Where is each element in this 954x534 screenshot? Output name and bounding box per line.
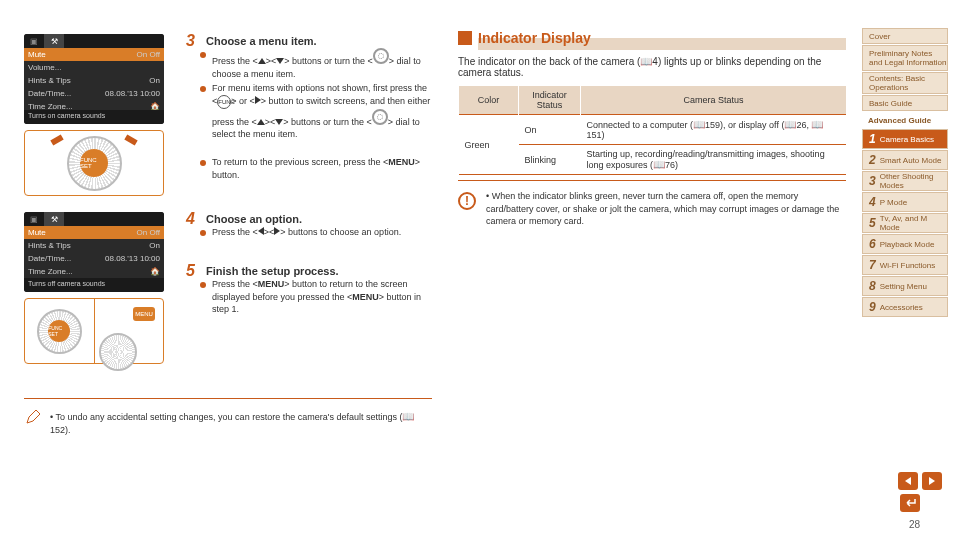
nav-legal[interactable]: Preliminary Notes and Legal Information xyxy=(862,45,948,71)
down-icon xyxy=(276,58,284,64)
th-camera-status: Camera Status xyxy=(581,86,847,115)
step-3-text-1: Press the <><> buttons or turn the <> di… xyxy=(212,48,422,80)
nav-basic-guide[interactable]: Basic Guide xyxy=(862,95,948,111)
bullet-icon xyxy=(200,230,206,236)
pencil-icon xyxy=(24,408,42,426)
dial-illustration-2: FUNC SET MENU xyxy=(24,298,164,364)
warning-icon: ! xyxy=(458,192,476,210)
cell-on: On xyxy=(519,115,581,145)
cell-blinking: Blinking xyxy=(519,145,581,175)
next-page-button[interactable] xyxy=(922,472,942,490)
nav-cover[interactable]: Cover xyxy=(862,28,948,44)
up-icon xyxy=(258,58,266,64)
dial-illustration-1: FUNC SET xyxy=(24,130,164,196)
bullet-icon xyxy=(200,282,206,288)
nav-ch3[interactable]: 3Other Shooting Modes xyxy=(862,171,948,191)
bullet-icon xyxy=(200,86,206,92)
step-3-number: 3 xyxy=(186,32,195,50)
book-icon: 📖 xyxy=(784,119,796,130)
dial-icon xyxy=(372,109,388,125)
nav-advanced-guide[interactable]: Advanced Guide xyxy=(862,112,948,128)
nav-ch4[interactable]: 4P Mode xyxy=(862,192,948,212)
indicator-table: Color Indicator Status Camera Status Gre… xyxy=(458,86,846,175)
pager xyxy=(898,472,942,490)
nav-contents[interactable]: Contents: Basic Operations xyxy=(862,72,948,94)
step-5-title: Finish the setup process. xyxy=(206,265,339,277)
book-icon: 📖 xyxy=(402,411,414,422)
cell-desc-on: Connected to a computer (📖159), or displ… xyxy=(581,115,847,145)
cell-color: Green xyxy=(459,115,519,175)
warning-text: • When the indicator blinks green, never… xyxy=(486,190,846,228)
toc-sidebar: Cover Preliminary Notes and Legal Inform… xyxy=(862,28,948,317)
step-5-text: Press the <MENU> button to return to the… xyxy=(212,278,432,316)
page-number: 28 xyxy=(909,519,920,530)
nav-ch5[interactable]: 5Tv, Av, and M Mode xyxy=(862,213,948,233)
return-button[interactable] xyxy=(900,494,920,512)
tab-camera-icon: ▣ xyxy=(24,212,44,226)
th-color: Color xyxy=(459,86,519,115)
up-icon xyxy=(257,119,265,125)
nav-ch7[interactable]: 7Wi-Fi Functions xyxy=(862,255,948,275)
cell-desc-blink: Starting up, recording/reading/transmitt… xyxy=(581,145,847,175)
tab-tools-icon: ⚒ xyxy=(44,34,64,48)
tab-tools-icon: ⚒ xyxy=(44,212,64,226)
row-mute: Mute xyxy=(28,50,137,59)
camera-screen-2: ▣ ⚒ MuteOn Off Hints & TipsOn Date/Time.… xyxy=(24,212,164,292)
left-icon xyxy=(258,227,264,235)
chevron-right-icon xyxy=(929,477,935,485)
step-4-text: Press the <><> buttons to choose an opti… xyxy=(212,226,422,239)
func-set-icon: FUNC xyxy=(217,95,231,109)
intro-text: The indicator on the back of the camera … xyxy=(458,56,846,78)
step-5-number: 5 xyxy=(186,262,195,280)
note-text: • To undo any accidental setting changes… xyxy=(50,410,430,437)
step-4-number: 4 xyxy=(186,210,195,228)
section-heading: Indicator Display xyxy=(458,30,591,46)
step-3-text-3: To return to the previous screen, press … xyxy=(212,156,422,181)
nav-ch9[interactable]: 9Accessories xyxy=(862,297,948,317)
step-3-text-2: For menu items with options not shown, f… xyxy=(212,82,432,141)
return-icon xyxy=(904,498,916,508)
prev-page-button[interactable] xyxy=(898,472,918,490)
nav-ch1[interactable]: 1Camera Basics xyxy=(862,129,948,149)
book-icon: 📖 xyxy=(653,159,665,170)
tab-camera-icon: ▣ xyxy=(24,34,44,48)
step-3-title: Choose a menu item. xyxy=(206,35,317,47)
bullet-icon xyxy=(200,52,206,58)
camera-screen-1: ▣ ⚒ MuteOn Off Volume... Hints & TipsOn … xyxy=(24,34,164,124)
chevron-left-icon xyxy=(905,477,911,485)
nav-ch6[interactable]: 6Playback Mode xyxy=(862,234,948,254)
book-icon: 📖 xyxy=(811,119,823,130)
book-icon: 📖 xyxy=(693,119,705,130)
bullet-icon xyxy=(200,160,206,166)
nav-ch8[interactable]: 8Setting Menu xyxy=(862,276,948,296)
nav-ch2[interactable]: 2Smart Auto Mode xyxy=(862,150,948,170)
book-icon: 📖 xyxy=(640,56,652,67)
right-icon xyxy=(274,227,280,235)
th-status: Indicator Status xyxy=(519,86,581,115)
dial-icon xyxy=(373,48,389,64)
step-4-title: Choose an option. xyxy=(206,213,302,225)
